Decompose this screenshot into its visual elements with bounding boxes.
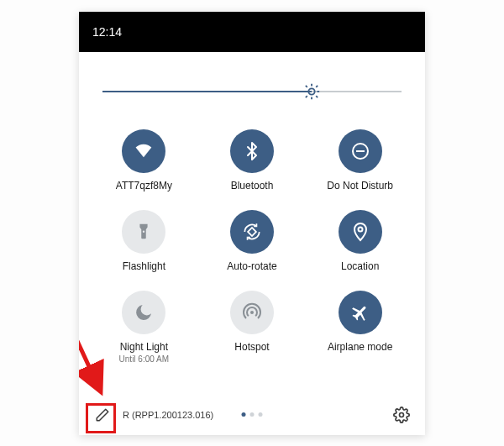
gear-icon (393, 407, 410, 423)
page-dot (259, 412, 263, 417)
tile-label: ATT7qzf8My (116, 180, 172, 192)
tile-autorotate[interactable]: Auto-rotate (202, 210, 302, 272)
airplane-icon (339, 291, 382, 334)
footer-bar: R (RPP1.200123.016) (79, 400, 425, 430)
tile-sublabel: Until 6:00 AM (119, 354, 169, 364)
dnd-icon (339, 129, 382, 173)
tile-label: Night Light (120, 341, 168, 353)
brightness-slider[interactable] (102, 79, 402, 106)
tile-label: Bluetooth (231, 180, 274, 192)
page-dot (242, 412, 246, 417)
svg-line-7 (306, 96, 307, 97)
tile-label: Location (341, 260, 379, 272)
pencil-icon (95, 407, 110, 422)
svg-line-3 (306, 85, 307, 87)
build-label: R (RPP1.200123.016) (123, 410, 213, 420)
tile-label: Hotspot (234, 341, 269, 353)
tile-nightlight[interactable]: Night Light Until 6:00 AM (94, 291, 194, 364)
bluetooth-icon (230, 129, 274, 173)
svg-point-14 (400, 412, 404, 417)
tile-label: Auto-rotate (227, 260, 276, 272)
autorotate-icon (230, 210, 274, 254)
phone-frame: 12:14 ATT7qzf8My (79, 12, 425, 435)
tile-dnd[interactable]: Do Not Disturb (310, 129, 410, 192)
svg-rect-11 (248, 228, 256, 236)
flashlight-icon (122, 210, 165, 254)
settings-button[interactable] (390, 403, 413, 427)
tile-location[interactable]: Location (310, 210, 410, 272)
clock: 12:14 (92, 25, 122, 39)
tile-bluetooth[interactable]: Bluetooth (202, 129, 302, 192)
brightness-fill (102, 91, 312, 92)
svg-point-12 (358, 227, 362, 231)
quick-settings-panel: ATT7qzf8My Bluetooth Do Not Disturb Flas… (79, 52, 425, 364)
tile-flashlight[interactable]: Flashlight (94, 210, 194, 272)
tile-wifi[interactable]: ATT7qzf8My (94, 129, 194, 192)
status-bar: 12:14 (79, 12, 425, 52)
tile-label: Do Not Disturb (327, 180, 393, 192)
tile-airplane[interactable]: Airplane mode (310, 291, 410, 364)
nightlight-icon (122, 291, 165, 334)
svg-line-8 (316, 85, 318, 87)
hotspot-icon (230, 291, 274, 334)
tile-hotspot[interactable]: Hotspot (202, 291, 302, 364)
tiles-grid: ATT7qzf8My Bluetooth Do Not Disturb Flas… (94, 129, 410, 364)
page-indicator[interactable] (242, 412, 263, 417)
tile-label: Flashlight (123, 260, 165, 272)
page-dot (250, 412, 255, 417)
svg-line-4 (316, 96, 318, 97)
wifi-icon (122, 129, 165, 173)
svg-point-13 (250, 311, 254, 314)
brightness-thumb-icon[interactable] (302, 82, 321, 101)
edit-button[interactable] (91, 403, 114, 427)
svg-point-0 (309, 88, 315, 94)
location-icon (339, 210, 382, 254)
tile-label: Airplane mode (328, 341, 392, 353)
